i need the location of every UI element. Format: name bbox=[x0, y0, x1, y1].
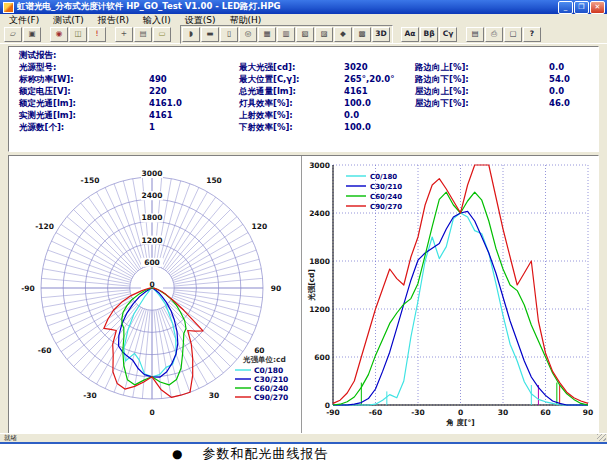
toolbar-folder-icon[interactable]: ▭ bbox=[153, 27, 171, 42]
field-value: 100.0 bbox=[344, 122, 371, 132]
svg-text:3000: 3000 bbox=[309, 161, 330, 170]
toolbar-c-gamma-icon[interactable]: Cγ bbox=[439, 27, 457, 42]
minimize-button[interactable]: _ bbox=[558, 1, 573, 14]
toolbar-bulb-icon[interactable]: ◎ bbox=[239, 27, 257, 42]
svg-text:C0/180: C0/180 bbox=[254, 366, 283, 375]
report-row: 灯具效率[%]:100.0 bbox=[239, 98, 299, 110]
status-text: 就绪 bbox=[4, 434, 17, 443]
report-row: 屋边向上[%]:0.0 bbox=[415, 86, 469, 98]
toolbar-tube-icon[interactable]: ▯ bbox=[220, 27, 238, 42]
svg-text:角 度[°]: 角 度[°] bbox=[445, 418, 474, 427]
svg-text:C60/240: C60/240 bbox=[254, 384, 288, 393]
menu-item-0[interactable]: 文件(F) bbox=[2, 14, 46, 27]
close-button[interactable]: ✕ bbox=[590, 1, 605, 14]
toolbar-test-start-icon[interactable]: ◉ bbox=[50, 27, 68, 42]
report-row: 上射效率[%]:0.0 bbox=[239, 110, 299, 122]
app-icon bbox=[3, 2, 14, 13]
toolbar-group-5: ▤⎙▢? bbox=[466, 27, 542, 42]
svg-text:150: 150 bbox=[206, 176, 222, 185]
title-bar: 虹谱光电_分布式光度计软件 HP_GO_Test V1.00 - LED路灯.H… bbox=[0, 0, 607, 14]
toolbar-diamond-icon[interactable]: ◆ bbox=[334, 27, 352, 42]
svg-text:90: 90 bbox=[271, 284, 281, 293]
field-label: 下射效率[%]: bbox=[239, 122, 293, 132]
caption: ● 参数和配光曲线报告 bbox=[172, 445, 328, 463]
svg-text:-120: -120 bbox=[35, 222, 54, 231]
caption-text: 参数和配光曲线报告 bbox=[202, 445, 328, 463]
field-label: 路边向下[%]: bbox=[415, 74, 469, 84]
restore-button[interactable]: ❐ bbox=[574, 1, 589, 14]
svg-text:-150: -150 bbox=[81, 176, 100, 185]
svg-text:0: 0 bbox=[149, 408, 154, 417]
field-label: 总光通量[lm]: bbox=[239, 86, 296, 96]
field-label: 最大位置[C,γ]: bbox=[239, 74, 299, 84]
field-value: 46.0 bbox=[549, 98, 570, 108]
report-column-1: 光源型号:标称功率[W]:490额定电压[V]:220额定光通[lm]:4161… bbox=[19, 62, 76, 134]
toolbar-grid-icon[interactable]: ▦ bbox=[258, 27, 276, 42]
toolbar-view-3d-icon[interactable]: 3D bbox=[372, 27, 390, 42]
svg-text:90: 90 bbox=[583, 408, 593, 417]
toolbar-transfer-icon[interactable]: ◫ bbox=[69, 27, 87, 42]
field-value: 490 bbox=[149, 74, 167, 84]
field-label: 光源数[个]: bbox=[19, 122, 64, 132]
svg-text:600: 600 bbox=[144, 258, 160, 267]
toolbar-page-setup-icon[interactable]: ▤ bbox=[466, 27, 484, 42]
toolbar-clipboard-icon[interactable]: ▤ bbox=[134, 27, 152, 42]
svg-text:1800: 1800 bbox=[142, 213, 163, 222]
svg-text:-90: -90 bbox=[21, 284, 35, 293]
window-title: 虹谱光电_分布式光度计软件 HP_GO_Test V1.00 - LED路灯.H… bbox=[17, 1, 557, 13]
svg-text:光强单位:cd: 光强单位:cd bbox=[242, 355, 286, 364]
field-label: 实测光通[lm]: bbox=[19, 110, 76, 120]
report-row: 最大光强[cd]:3020 bbox=[239, 62, 299, 74]
toolbar-save-icon[interactable]: ▣ bbox=[23, 27, 41, 42]
toolbar-lamp-flat-icon[interactable]: ▬ bbox=[201, 27, 219, 42]
field-label: 上射效率[%]: bbox=[239, 110, 293, 120]
toolbar-group-1: ◉◫! bbox=[50, 27, 107, 42]
svg-text:60: 60 bbox=[254, 346, 264, 355]
svg-text:-60: -60 bbox=[369, 408, 383, 417]
report-row: 标称功率[W]:490 bbox=[19, 74, 76, 86]
toolbar-group-0: ▱▣ bbox=[4, 27, 42, 42]
field-label: 灯具效率[%]: bbox=[239, 98, 293, 108]
report-row: 光源数[个]:1 bbox=[19, 122, 76, 134]
toolbar-table-icon[interactable]: ▥ bbox=[277, 27, 295, 42]
report-title: 测试报告: bbox=[19, 50, 56, 62]
toolbar-cells-icon[interactable]: ▨ bbox=[315, 27, 333, 42]
svg-text:3000: 3000 bbox=[142, 169, 163, 178]
report-row: 实测光通[lm]:4161 bbox=[19, 110, 76, 122]
field-value: 3020 bbox=[344, 62, 368, 72]
report-row: 光源型号: bbox=[19, 62, 76, 74]
toolbar-print-icon[interactable]: ⎙ bbox=[485, 27, 503, 42]
report-column-3: 路边向上[%]:0.0路边向下[%]:54.0屋边向上[%]:0.0屋边向下[%… bbox=[415, 62, 469, 110]
toolbar-group-3: ◗▬▯◎▦▥▧▨◆▩3D bbox=[180, 25, 393, 44]
charts-panel: 060012001800240030000306090120150-150-12… bbox=[8, 155, 599, 436]
svg-text:0: 0 bbox=[325, 401, 330, 410]
toolbar-a-alpha-icon[interactable]: Aα bbox=[401, 27, 419, 42]
menu-item-1[interactable]: 测试(T) bbox=[46, 14, 91, 27]
field-value: 54.0 bbox=[549, 74, 570, 84]
svg-text:-30: -30 bbox=[411, 408, 425, 417]
field-value: 220 bbox=[149, 86, 167, 96]
toolbar-open-icon[interactable]: ▱ bbox=[4, 27, 22, 42]
field-value: 4161 bbox=[149, 110, 173, 120]
menu-item-2[interactable]: 报告(R) bbox=[91, 14, 136, 27]
report-row: 额定电压[V]:220 bbox=[19, 86, 76, 98]
toolbar-help-icon[interactable]: ? bbox=[523, 27, 541, 42]
toolbar-stop-icon[interactable]: ! bbox=[88, 27, 106, 42]
field-value: 4161 bbox=[344, 86, 368, 96]
report-panel: 测试报告: 光源型号:标称功率[W]:490额定电压[V]:220额定光通[lm… bbox=[8, 46, 599, 152]
field-label: 额定光通[lm]: bbox=[19, 98, 76, 108]
svg-text:1200: 1200 bbox=[142, 236, 163, 245]
report-row: 总光通量[lm]:4161 bbox=[239, 86, 299, 98]
menu-item-3[interactable]: 输入(I) bbox=[136, 14, 178, 27]
toolbar-matrix-icon[interactable]: ▩ bbox=[353, 27, 371, 42]
toolbar: ▱▣◉◫!+▤▭◗▬▯◎▦▥▧▨◆▩3DAαBβCγ▤⎙▢? bbox=[0, 26, 607, 44]
toolbar-tools-icon[interactable]: + bbox=[115, 27, 133, 42]
toolbar-group-4: AαBβCγ bbox=[401, 27, 458, 42]
field-value: 0.0 bbox=[549, 62, 564, 72]
toolbar-b-beta-icon[interactable]: Bβ bbox=[420, 27, 438, 42]
resize-grip[interactable] bbox=[597, 434, 606, 441]
toolbar-preview-icon[interactable]: ▢ bbox=[504, 27, 522, 42]
toolbar-sheet-icon[interactable]: ▧ bbox=[296, 27, 314, 42]
field-value: 0.0 bbox=[344, 110, 359, 120]
toolbar-lamp-side-icon[interactable]: ◗ bbox=[182, 27, 200, 42]
